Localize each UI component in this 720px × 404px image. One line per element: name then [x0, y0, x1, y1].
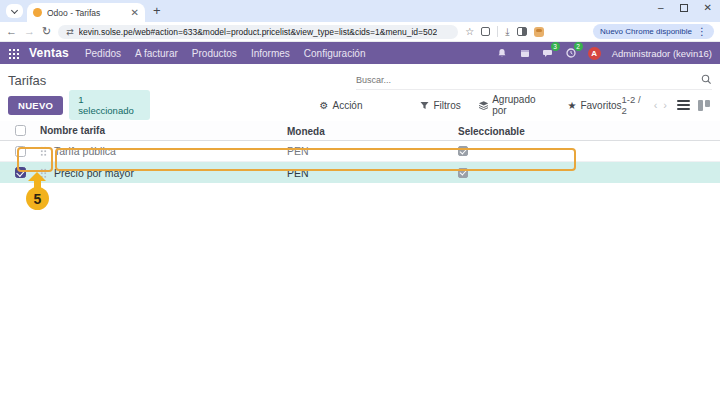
group-by-button[interactable]: Agrupado por	[479, 94, 550, 116]
group-by-label: Agrupado por	[492, 94, 549, 116]
column-header-currency[interactable]: Moneda	[287, 126, 325, 137]
messages-icon[interactable]: 3	[542, 47, 554, 59]
window-minimize-button[interactable]: –	[658, 2, 664, 13]
pricelist-name[interactable]: Tarifa pública	[54, 145, 116, 157]
pager-previous-icon[interactable]: ‹	[654, 99, 658, 111]
row-checkbox-checked[interactable]	[15, 167, 26, 178]
browser-titlebar: Odoo - Tarifas ✕ + – ✕	[0, 0, 720, 22]
pricelist-currency: PEN	[287, 167, 309, 179]
table-header-row: Nombre tarifa Moneda Seleccionable	[0, 121, 720, 141]
star-icon: ★	[567, 100, 576, 111]
site-info-icon[interactable]: ⇄	[66, 27, 74, 37]
list-view-icon[interactable]	[677, 100, 690, 111]
kanban-view-icon[interactable]	[698, 100, 710, 111]
chevron-down-icon	[11, 6, 18, 13]
layers-icon	[479, 101, 488, 110]
selected-count-badge: 1 seleccionado	[69, 90, 149, 120]
downloads-icon[interactable]: ⤓	[505, 27, 509, 37]
search-bar[interactable]	[356, 70, 712, 90]
funnel-icon	[420, 101, 429, 110]
filters-button[interactable]: Filtros	[420, 100, 460, 111]
browser-toolbar: ← → ↻ ⇄ kevin.solse.pe/web#action=633&mo…	[0, 22, 720, 42]
toolbar-divider	[497, 26, 498, 37]
menu-productos[interactable]: Productos	[192, 48, 237, 59]
chrome-menu-icon[interactable]: ⋮	[697, 26, 707, 37]
table-row-selected[interactable]: Precio por mayor PEN	[0, 162, 720, 183]
chrome-update-label: Nuevo Chrome disponible	[600, 27, 692, 36]
odoo-navbar: Ventas Pedidos A facturar Productos Info…	[0, 42, 720, 64]
new-button[interactable]: NUEVO	[8, 96, 63, 115]
window-close-button[interactable]: ✕	[704, 2, 712, 13]
control-panel: Tarifas NUEVO 1 seleccionado ⚙ Acción Fi…	[0, 64, 720, 118]
bell-icon[interactable]	[496, 47, 508, 59]
address-bar[interactable]: ⇄ kevin.solse.pe/web#action=633&model=pr…	[58, 25, 458, 39]
row-checkbox[interactable]	[15, 146, 26, 157]
search-icon[interactable]	[701, 74, 712, 85]
pricelist-currency: PEN	[287, 145, 309, 157]
url-text: kevin.solse.pe/web#action=633&model=prod…	[79, 27, 437, 37]
selectable-checkbox[interactable]	[458, 168, 468, 178]
reload-icon[interactable]: ↻	[42, 26, 51, 37]
user-avatar[interactable]: A	[588, 47, 601, 60]
pager-range: 1-2 / 2	[622, 94, 648, 116]
annotation-step-badge: 5	[26, 187, 49, 210]
menu-configuracion[interactable]: Configuración	[304, 48, 366, 59]
column-header-name[interactable]: Nombre tarifa	[40, 125, 105, 136]
selectable-checkbox[interactable]	[458, 146, 468, 156]
pager-next-icon[interactable]: ›	[663, 99, 667, 111]
app-menu-ventas[interactable]: Ventas	[29, 46, 69, 60]
action-menu-button[interactable]: ⚙ Acción	[320, 100, 363, 111]
activities-badge: 2	[574, 42, 583, 51]
menu-informes[interactable]: Informes	[251, 48, 290, 59]
menu-a-facturar[interactable]: A facturar	[135, 48, 178, 59]
drag-handle-icon[interactable]	[40, 146, 47, 156]
browser-tab[interactable]: Odoo - Tarifas ✕	[27, 3, 145, 22]
messages-badge: 3	[551, 42, 560, 51]
column-header-selectable[interactable]: Seleccionable	[458, 126, 525, 137]
chrome-update-button[interactable]: Nuevo Chrome disponible ⋮	[593, 24, 714, 39]
browser-window: Odoo - Tarifas ✕ + – ✕ ← → ↻ ⇄ kevin.sol…	[0, 0, 720, 404]
bookmark-star-icon[interactable]: ☆	[465, 27, 474, 37]
tab-search-button[interactable]	[6, 4, 23, 18]
odoo-favicon-icon	[33, 8, 42, 17]
select-all-checkbox[interactable]	[15, 125, 26, 136]
breadcrumb[interactable]: Tarifas	[8, 73, 46, 88]
tab-title: Odoo - Tarifas	[47, 8, 126, 18]
side-panel-icon[interactable]	[517, 27, 527, 36]
window-maximize-button[interactable]	[680, 4, 688, 12]
search-input[interactable]	[356, 75, 701, 85]
user-name[interactable]: Administrador (kevin16)	[612, 48, 712, 59]
filters-label: Filtros	[433, 100, 460, 111]
extension-icon[interactable]	[534, 27, 544, 37]
action-label: Acción	[332, 100, 362, 111]
activities-clock-icon[interactable]: 2	[565, 47, 577, 59]
table-row[interactable]: Tarifa pública PEN	[0, 141, 720, 162]
pricelist-name[interactable]: Precio por mayor	[54, 167, 134, 179]
calendar-icon[interactable]	[519, 47, 531, 59]
apps-grid-icon[interactable]	[8, 48, 19, 59]
tab-groups-icon[interactable]	[481, 27, 490, 36]
gear-icon: ⚙	[320, 100, 329, 111]
favorites-button[interactable]: ★ Favoritos	[567, 100, 621, 111]
favorites-label: Favoritos	[580, 100, 621, 111]
forward-icon[interactable]: →	[24, 26, 35, 37]
pager: 1-2 / 2 ‹ ›	[622, 94, 667, 116]
tab-close-icon[interactable]: ✕	[131, 8, 139, 18]
drag-handle-icon[interactable]	[40, 168, 47, 178]
new-tab-button[interactable]: +	[153, 3, 161, 18]
menu-pedidos[interactable]: Pedidos	[85, 48, 121, 59]
back-icon[interactable]: ←	[6, 26, 17, 37]
pricelist-table: Nombre tarifa Moneda Seleccionable Tarif…	[0, 121, 720, 183]
